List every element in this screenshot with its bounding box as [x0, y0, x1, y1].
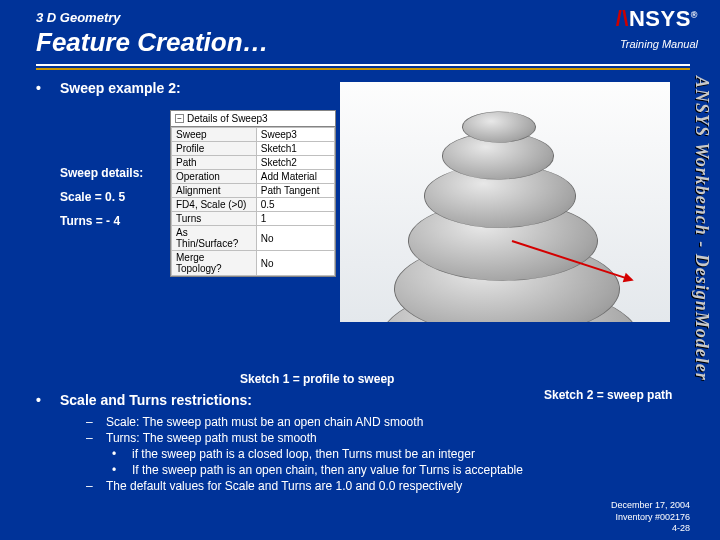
details-table: SweepSweep3 ProfileSketch1 PathSketch2 O… — [171, 127, 335, 276]
restriction-line: –The default values for Scale and Turns … — [86, 478, 680, 494]
details-heading-text: Details of Sweep3 — [187, 113, 268, 124]
table-row: PathSketch2 — [172, 156, 335, 170]
footer: December 17, 2004 Inventory #002176 4-28 — [611, 500, 690, 534]
page-title: Feature Creation… — [36, 27, 690, 58]
bullet-text: Sweep example 2: — [60, 80, 181, 96]
table-row: OperationAdd Material — [172, 170, 335, 184]
details-heading[interactable]: − Details of Sweep3 — [171, 111, 335, 127]
side-watermark: ANSYS Workbench - DesignModeler — [691, 76, 712, 381]
details-panel: − Details of Sweep3 SweepSweep3 ProfileS… — [170, 110, 336, 277]
model-viewport[interactable] — [340, 82, 670, 322]
sketch1-label: Sketch 1 = profile to sweep — [240, 372, 394, 386]
restriction-line: –Scale: The sweep path must be an open c… — [86, 414, 680, 430]
divider — [36, 64, 690, 66]
table-row: Merge Topology?No — [172, 251, 335, 276]
table-row: AlignmentPath Tangent — [172, 184, 335, 198]
logo: /\NSYS® Training Manual — [616, 6, 698, 50]
restrictions-title: • Scale and Turns restrictions: — [36, 392, 680, 408]
logo-text: /\NSYS® — [616, 6, 698, 32]
table-row: As Thin/Surface?No — [172, 226, 335, 251]
table-row: SweepSweep3 — [172, 128, 335, 142]
sweep-details-label: Sweep details: — [60, 166, 143, 180]
scale-line: Scale = 0. 5 — [60, 190, 143, 204]
geometry-label: 3 D Geometry — [36, 10, 690, 25]
table-row: Turns1 — [172, 212, 335, 226]
footer-date: December 17, 2004 — [611, 500, 690, 511]
footer-page: 4-28 — [611, 523, 690, 534]
restriction-line: –Turns: The sweep path must be smooth — [86, 430, 680, 446]
restriction-subline: •If the sweep path is an open chain, the… — [112, 462, 680, 478]
restriction-subline: •if the sweep path is a closed loop, the… — [112, 446, 680, 462]
training-manual-label: Training Manual — [616, 38, 698, 50]
table-row: ProfileSketch1 — [172, 142, 335, 156]
footer-inventory: Inventory #002176 — [611, 512, 690, 523]
table-row: FD4, Scale (>0)0.5 — [172, 198, 335, 212]
turns-line: Turns = - 4 — [60, 214, 143, 228]
collapse-icon[interactable]: − — [175, 114, 184, 123]
